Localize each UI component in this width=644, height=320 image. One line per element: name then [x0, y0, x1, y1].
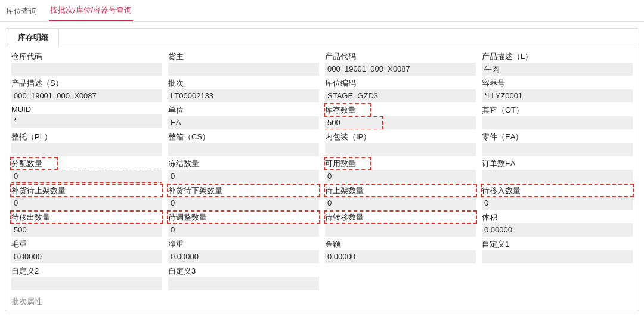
label: 分配数量: [11, 157, 162, 170]
label: 毛重: [11, 238, 162, 250]
field-muid: MUID*: [11, 104, 162, 129]
label: 待上架数量: [325, 184, 476, 197]
value[interactable]: 500: [11, 223, 162, 237]
label: 自定义3: [168, 265, 319, 277]
detail-panel: 库存明细 仓库代码 货主 产品代码000_19001_000_X0087 产品描…: [5, 28, 639, 312]
field-product-code: 产品代码000_19001_000_X0087: [325, 50, 476, 76]
field-other-ot: 其它（OT）: [482, 104, 633, 129]
label: 冻结数量: [168, 157, 319, 170]
label: 待转移数量: [325, 211, 476, 223]
label: 订单数EA: [482, 157, 633, 170]
label: 自定义1: [482, 238, 633, 250]
label: 批次: [168, 77, 319, 89]
value[interactable]: EA: [168, 116, 319, 129]
field-warehouse-code: 仓库代码: [11, 50, 162, 76]
tab-location-query[interactable]: 库位查询: [5, 1, 38, 21]
field-product-desc-l: 产品描述（L）牛肉: [482, 50, 633, 76]
value[interactable]: 0: [11, 170, 162, 183]
field-frozen-qty: 冻结数量0: [168, 157, 319, 183]
value[interactable]: [11, 63, 162, 76]
field-custom3: 自定义3: [168, 265, 319, 290]
field-allocated-qty: 分配数量0: [11, 157, 162, 183]
label: 金额: [325, 238, 476, 250]
field-innerpack-ip: 内包装（IP）: [325, 131, 476, 156]
label: 待调整数量: [168, 211, 319, 223]
subtab-inventory-detail[interactable]: 库存明细: [8, 28, 59, 46]
label: 其它（OT）: [482, 104, 633, 116]
label: 补货待上架数量: [11, 184, 162, 197]
fields-grid: 仓库代码 货主 产品代码000_19001_000_X0087 产品描述（L）牛…: [5, 46, 639, 290]
field-available-qty: 可用数量0: [325, 157, 476, 183]
label: 待移出数量: [11, 211, 162, 223]
value[interactable]: 0.00000: [482, 223, 633, 237]
field-pending-movein-qty: 待移入数量0: [482, 184, 633, 210]
field-replen-pickdown-qty: 补货待下架数量0: [168, 184, 319, 210]
value[interactable]: 0: [168, 197, 319, 210]
value[interactable]: [482, 116, 633, 129]
label: 货主: [168, 50, 319, 63]
section-batch-attributes: 批次属性: [5, 290, 639, 307]
label: 净重: [168, 238, 319, 250]
value[interactable]: 0: [168, 170, 319, 183]
field-net-weight: 净重0.00000: [168, 238, 319, 263]
sub-tabs: 库存明细: [5, 29, 639, 46]
field-order-qty-ea: 订单数EA: [482, 157, 633, 183]
value[interactable]: [325, 143, 476, 156]
field-custom1: 自定义1: [482, 238, 633, 263]
field-pending-transfer-qty: 待转移数量: [325, 211, 476, 237]
field-pending-adjust-qty: 待调整数量0: [168, 211, 319, 237]
field-pending-putaway-qty: 待上架数量0: [325, 184, 476, 210]
value[interactable]: 0: [11, 197, 162, 210]
field-replen-putaway-qty: 补货待上架数量0: [11, 184, 162, 210]
label: 待移入数量: [482, 184, 633, 197]
value[interactable]: [325, 223, 476, 237]
value[interactable]: [11, 277, 162, 290]
value[interactable]: 牛肉: [482, 63, 633, 76]
value[interactable]: *LLYZ0001: [482, 89, 633, 102]
label: 产品描述（L）: [482, 50, 633, 63]
value[interactable]: 0: [325, 197, 476, 210]
value[interactable]: 0: [482, 197, 633, 210]
value[interactable]: *: [11, 114, 162, 128]
spacer: [482, 265, 633, 290]
value[interactable]: [482, 250, 633, 263]
value[interactable]: 0.00000: [11, 250, 162, 263]
value[interactable]: [168, 143, 319, 156]
value[interactable]: 000_19001_000_X0087: [11, 89, 162, 102]
field-custom2: 自定义2: [11, 265, 162, 290]
label: 产品代码: [325, 50, 476, 63]
field-product-desc-s: 产品描述（S）000_19001_000_X0087: [11, 77, 162, 102]
label: 产品描述（S）: [11, 77, 162, 89]
field-pallet-pl: 整托（PL）: [11, 131, 162, 156]
field-location-code: 库位编码STAGE_GZD3: [325, 77, 476, 102]
field-each-ea: 零件（EA）: [482, 131, 633, 156]
label: MUID: [11, 104, 162, 114]
label: 体积: [482, 211, 633, 223]
field-case-cs: 整箱（CS）: [168, 131, 319, 156]
top-tabs: 库位查询 按批次/库位/容器号查询: [0, 0, 644, 22]
label: 补货待下架数量: [168, 184, 319, 197]
value[interactable]: LT00002133: [168, 89, 319, 102]
value[interactable]: 0: [325, 170, 476, 183]
field-gross-weight: 毛重0.00000: [11, 238, 162, 263]
field-unit: 单位EA: [168, 104, 319, 129]
field-owner: 货主: [168, 50, 319, 76]
value[interactable]: [168, 63, 319, 76]
value[interactable]: 0: [168, 223, 319, 237]
field-amount: 金额0.00000: [325, 238, 476, 263]
value[interactable]: 0.00000: [325, 250, 476, 263]
value[interactable]: [11, 143, 162, 156]
label: 库存数量: [325, 104, 476, 116]
value[interactable]: 500: [325, 116, 476, 129]
value[interactable]: [168, 277, 319, 290]
label: 整托（PL）: [11, 131, 162, 143]
spacer: [325, 265, 476, 290]
label: 自定义2: [11, 265, 162, 277]
tab-batch-query[interactable]: 按批次/库位/容器号查询: [49, 0, 133, 21]
value[interactable]: 000_19001_000_X0087: [325, 63, 476, 76]
value[interactable]: 0.00000: [168, 250, 319, 263]
label: 单位: [168, 104, 319, 116]
value[interactable]: [482, 143, 633, 156]
value[interactable]: STAGE_GZD3: [325, 89, 476, 102]
value[interactable]: [482, 170, 633, 183]
